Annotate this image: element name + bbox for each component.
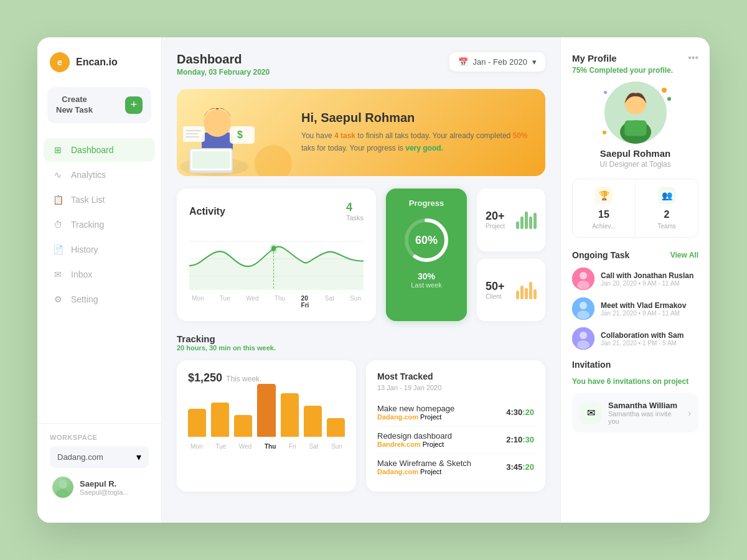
- sidebar-item-label: Task List: [71, 195, 105, 205]
- task-info: Call with Jonathan Ruslan Jan 20, 2020 •…: [601, 271, 693, 287]
- last-week-pct: 30%: [411, 271, 442, 281]
- svg-point-32: [580, 302, 587, 309]
- bar-group: [281, 393, 299, 437]
- tracked-date: 13 Jan - 19 Jan 2020: [377, 384, 534, 391]
- invite-info: Samantha William Samantha was invite you: [608, 401, 682, 425]
- stat-client: 50+ Client: [477, 259, 545, 322]
- svg-rect-7: [192, 151, 230, 169]
- task-item: Meet with Vlad Ermakov Jan 21, 2020 • 9 …: [572, 297, 698, 320]
- project-link[interactable]: Dadang.com: [377, 413, 418, 421]
- stat-project-label: Project: [486, 223, 505, 230]
- sidebar-item-history[interactable]: 📄 History: [44, 238, 155, 261]
- hero-name: Saepul Rohman: [321, 111, 415, 124]
- tracked-item-info: Make Wireframe & Sketch Dadang.com Proje…: [377, 459, 471, 475]
- days-row: Mon Tue Wed Thu 20Fri Sat Sun: [189, 295, 364, 309]
- sidebar-item-inbox[interactable]: ✉ Inbox: [44, 263, 155, 286]
- sidebar-item-dashboard[interactable]: ⊞ Dashboard: [44, 138, 155, 162]
- task-avatar: [572, 268, 594, 290]
- sidebar-item-label: Dashboard: [71, 145, 114, 155]
- day-mon: Mon: [192, 295, 204, 309]
- user-email: Saepul@togla...: [80, 488, 128, 496]
- sidebar-item-tracking[interactable]: ⏱ Tracking: [44, 213, 155, 236]
- teams-label: Teams: [657, 223, 675, 230]
- create-plus-icon: +: [125, 96, 143, 114]
- stat-client-value: 50+: [486, 280, 505, 293]
- envelope-icon: ✉: [580, 402, 602, 424]
- tracked-item-project: Dadang.com Project: [377, 413, 454, 421]
- bar-chart: [188, 393, 345, 437]
- tracking-two-col: $1,250 This week. MonTueWedThuFriSatSun …: [177, 360, 545, 492]
- tracked-time-suffix: :20: [522, 462, 534, 472]
- tasks-info: 4 Tasks: [346, 201, 364, 222]
- tracked-item-name: Make Wireframe & Sketch: [377, 459, 471, 468]
- tracking-title: Tracking: [177, 334, 276, 344]
- sidebar-item-tasklist[interactable]: 📋 Task List: [44, 188, 155, 212]
- page-title: Dashboard: [177, 52, 270, 67]
- mini-bar: [529, 282, 532, 299]
- page-date: Monday, 03 February 2020: [177, 68, 270, 77]
- amount-value: $1,250: [188, 371, 222, 385]
- ongoing-task-title: Ongoing Task: [572, 250, 629, 260]
- sidebar-item-label: Setting: [71, 294, 98, 304]
- user-name: Saepul R.: [80, 479, 128, 488]
- tracked-item-name: Redesign dashboard: [377, 431, 452, 441]
- svg-point-36: [577, 340, 590, 349]
- logo-area: e Encan.io: [37, 52, 161, 87]
- profile-title: My Profile: [572, 53, 617, 63]
- trophy-icon: 🏆: [595, 187, 613, 204]
- project-link[interactable]: Bandrek.com: [377, 441, 421, 448]
- tracked-item-time: 2:10:30: [506, 435, 534, 444]
- stat-client-info: 50+ Client: [486, 280, 505, 300]
- bar: [304, 406, 322, 437]
- tasks-count: 4: [346, 201, 364, 214]
- day-label: Wed: [239, 443, 251, 450]
- activity-title: Activity: [189, 206, 225, 217]
- project-mini-bars: [516, 210, 537, 229]
- sidebar-item-setting[interactable]: ⚙ Setting: [44, 287, 155, 311]
- day-thu: Thu: [275, 295, 285, 309]
- nav-items: ⊞ Dashboard ∿ Analytics 📋 Task List ⏱ Tr…: [37, 138, 161, 423]
- main-header: Dashboard Monday, 03 February 2020 📅 Jan…: [177, 52, 545, 77]
- mini-bar: [516, 222, 519, 229]
- chevron-down-icon: ▾: [136, 451, 141, 463]
- progress-card: Progress 60% 30% Last week: [386, 189, 467, 321]
- chevron-right-icon[interactable]: ›: [688, 408, 691, 418]
- tracked-item: Make new homepage Dadang.com Project 4:3…: [377, 399, 534, 426]
- tracking-days-row: MonTueWedThuFriSatSun: [188, 443, 345, 450]
- bar: [211, 403, 229, 437]
- amount-row: $1,250 This week.: [188, 371, 345, 385]
- date-filter[interactable]: 📅 Jan - Feb 2020 ▾: [449, 52, 545, 72]
- hero-banner: $ Hi, Saepul Rohman You have 4 task to f…: [177, 89, 545, 176]
- last-week-label: Last week: [411, 281, 442, 289]
- profile-complete-text: Completed your profile.: [589, 66, 673, 75]
- task-info: Collaboration with Sam Jan 21, 2020 • 1 …: [601, 331, 684, 347]
- workspace-select[interactable]: Dadang.com ▾: [50, 446, 149, 468]
- profile-header: My Profile •••: [572, 52, 698, 63]
- pstat-teams: 👥 2 Teams: [636, 179, 698, 237]
- chevron-down-icon: ▾: [532, 57, 537, 67]
- bar: [234, 415, 252, 437]
- activity-chart: [189, 228, 364, 290]
- invite-desc: You have 6 invitations on project: [572, 377, 698, 386]
- create-task-button[interactable]: CreateNew Task +: [47, 87, 151, 123]
- stats-col: 20+ Project 50+ Client: [477, 189, 545, 321]
- bar-group: [327, 418, 345, 437]
- task-time: Jan 21, 2020 • 9 AM - 11 AM: [601, 310, 686, 317]
- mini-bar: [529, 217, 532, 229]
- sidebar-item-analytics[interactable]: ∿ Analytics: [44, 163, 155, 187]
- tracking-subtitle: 20 hours, 30 min on this week.: [177, 344, 276, 352]
- mini-bar: [520, 217, 524, 229]
- project-link[interactable]: Dadang.com: [377, 468, 418, 475]
- stat-project: 20+ Project: [477, 189, 545, 251]
- tracking-chart-card: $1,250 This week. MonTueWedThuFriSatSun: [177, 360, 356, 492]
- view-all-button[interactable]: View All: [670, 251, 698, 259]
- more-button[interactable]: •••: [688, 52, 698, 63]
- tracked-header: Most Tracked: [377, 371, 534, 381]
- tracked-item-info: Make new homepage Dadang.com Project: [377, 404, 454, 421]
- tracked-item-time: 4:30:20: [506, 408, 534, 417]
- dashboard-icon: ⊞: [52, 144, 63, 156]
- date-rest: 03 February 2020: [209, 68, 270, 77]
- workspace-name: Dadang.com: [57, 452, 103, 462]
- invite-count: 6 invitations: [607, 377, 651, 386]
- tracking-icon: ⏱: [52, 219, 63, 230]
